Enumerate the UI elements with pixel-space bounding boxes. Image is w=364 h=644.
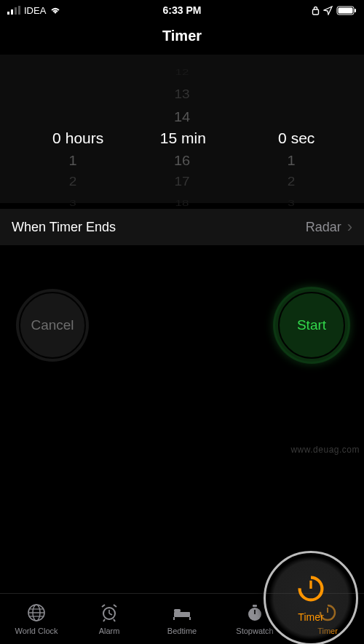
svg-rect-22 <box>174 609 181 612</box>
minutes-wheel[interactable]: 12 13 14 15 min 16 17 18 <box>127 62 237 193</box>
stopwatch-icon <box>244 603 266 624</box>
when-timer-ends-row[interactable]: When Timer Ends Radar › <box>0 209 364 245</box>
when-timer-ends-value: Radar <box>306 220 341 235</box>
hours-wheel[interactable]: 0 hours 1 2 3 <box>18 62 127 193</box>
seconds-unit: sec <box>291 130 315 147</box>
when-timer-ends-label: When Timer Ends <box>12 220 116 235</box>
alarm-clock-icon <box>98 603 120 624</box>
minutes-unit: min <box>181 130 206 147</box>
svg-line-20 <box>114 619 115 621</box>
time-picker: 0 hours 1 2 3 12 13 14 15 min 16 17 18 <box>0 55 364 203</box>
status-time: 6:33 PM <box>0 4 364 16</box>
cancel-button[interactable]: Cancel <box>16 289 89 362</box>
svg-line-18 <box>114 605 116 607</box>
status-bar: IDEA 6:33 PM <box>0 0 364 20</box>
tab-label: World Clock <box>15 627 58 635</box>
tutorial-label: Timer <box>298 611 323 623</box>
svg-rect-21 <box>174 612 190 617</box>
tutorial-highlight: Timer <box>264 551 358 644</box>
tab-bedtime[interactable]: Bedtime <box>146 594 218 644</box>
tab-label: Alarm <box>99 627 120 635</box>
watermark: www.deuag.com <box>290 445 360 455</box>
timer-buttons: Cancel Start <box>0 245 364 362</box>
svg-line-19 <box>103 619 105 621</box>
svg-rect-26 <box>253 605 257 607</box>
phone-screen: IDEA 6:33 PM Timer <box>0 0 364 644</box>
globe-icon <box>25 603 47 624</box>
tab-label: Bedtime <box>167 627 197 635</box>
tab-world-clock[interactable]: World Clock <box>0 594 73 644</box>
timer-icon <box>296 573 326 607</box>
seconds-value: 0 <box>268 130 287 147</box>
tab-label: Stopwatch <box>236 627 273 635</box>
seconds-wheel[interactable]: 0 sec 1 2 3 <box>237 62 346 193</box>
cancel-button-label: Cancel <box>31 317 74 333</box>
hours-value: 0 <box>42 130 61 147</box>
start-button-label: Start <box>297 317 326 333</box>
bed-icon <box>171 603 193 624</box>
start-button[interactable]: Start <box>275 289 348 362</box>
tab-alarm[interactable]: Alarm <box>73 594 146 644</box>
minutes-value: 15 <box>158 130 177 147</box>
chevron-right-icon: › <box>347 218 352 236</box>
svg-line-17 <box>102 605 105 607</box>
hours-unit: hours <box>66 130 104 147</box>
page-title: Timer <box>0 20 364 55</box>
